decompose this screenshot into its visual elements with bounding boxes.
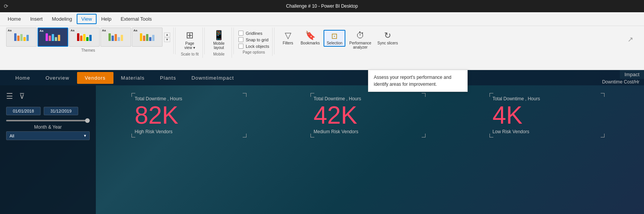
- page-options-group: Gridlines Snap to grid Lock objects Page…: [235, 28, 273, 56]
- sync-slicers-button[interactable]: ↻ Sync slicers: [375, 30, 400, 46]
- menu-modeling[interactable]: Modeling: [47, 14, 77, 24]
- bracket-bl-m: [310, 134, 314, 137]
- menu-insert[interactable]: Insert: [26, 14, 48, 24]
- nav-downtime-impact[interactable]: DowntimeImpact: [184, 72, 242, 84]
- mobile-layout-button[interactable]: 📱 Mobilelayout: [209, 29, 228, 51]
- filters-button[interactable]: ▽ Filters: [279, 30, 297, 46]
- filter-icon[interactable]: ⊽: [19, 91, 25, 101]
- page-view-button[interactable]: ⊞ Pageview ▾: [180, 29, 199, 51]
- lock-objects-label: Lock objects: [246, 44, 269, 49]
- kpi-low-value: 4K: [493, 103, 601, 127]
- gridlines-label: Gridlines: [246, 31, 262, 36]
- gridlines-checkbox[interactable]: Gridlines: [238, 31, 269, 36]
- dashboard: Impact Downtime Cost/Hr Home Overview Ve…: [0, 70, 644, 214]
- page-view-icon: ⊞: [186, 30, 194, 41]
- date-slider[interactable]: [6, 120, 90, 121]
- theme-alt2[interactable]: Aa: [132, 28, 163, 47]
- month-year-select[interactable]: All ▾: [6, 131, 90, 140]
- kpi-low-risk: Total Downtime , Hours 4K Low Risk Vendo…: [490, 93, 605, 137]
- kpi-high-value: 82K: [135, 103, 243, 127]
- menu-external-tools[interactable]: External Tools: [116, 14, 156, 24]
- nav-home[interactable]: Home: [8, 72, 38, 84]
- filters-icon: ▽: [285, 31, 291, 41]
- page-view-group: ⊞ Pageview ▾ Scale to fit: [177, 28, 203, 58]
- themes-scroll-down[interactable]: ▼: [164, 38, 170, 42]
- lock-objects-box[interactable]: [238, 44, 243, 49]
- snap-to-grid-box[interactable]: [238, 37, 243, 42]
- performance-analyzer-label: Performanceanalyzer: [349, 41, 371, 49]
- selection-tooltip: Assess your report's performance and ide…: [368, 70, 468, 92]
- page-view-label: Pageview ▾: [184, 41, 195, 50]
- bracket-tr: [243, 93, 246, 97]
- slider-thumb[interactable]: [85, 118, 90, 123]
- menu-bar: Home Insert Modeling View Help External …: [0, 12, 644, 26]
- themes-scroll[interactable]: ▲ ▼: [164, 33, 170, 42]
- date-range-row: 01/01/2018 31/12/2019: [6, 107, 90, 115]
- select-chevron-icon: ▾: [84, 133, 86, 138]
- sync-slicers-label: Sync slicers: [378, 41, 398, 45]
- bracket-bl: [131, 134, 135, 137]
- filters-label: Filters: [283, 41, 293, 45]
- nav-plants[interactable]: Plants: [152, 72, 184, 84]
- slider-fill: [6, 120, 90, 121]
- nav-vendors[interactable]: Vendors: [77, 72, 113, 84]
- nav-overview[interactable]: Overview: [38, 72, 77, 84]
- kpi-medium-subtitle: Medium Risk Vendors: [314, 129, 422, 134]
- selection-button[interactable]: ⊡ Selection: [324, 30, 345, 47]
- kpi-high-title: Total Downtime , Hours: [135, 96, 243, 101]
- app-icon: ⟳: [4, 3, 8, 9]
- snap-to-grid-checkbox[interactable]: Snap to grid: [238, 37, 269, 42]
- kpi-high-risk-inner: Total Downtime , Hours 82K High Risk Ven…: [131, 93, 246, 137]
- sidebar-panel: ☰ ⊽ 01/01/2018 31/12/2019 Month & Year A…: [0, 85, 96, 214]
- bracket-tr-m: [422, 93, 426, 97]
- bookmarks-button[interactable]: 🔖 Bookmarks: [298, 30, 322, 46]
- mobile-group: 📱 Mobilelayout Mobile: [206, 28, 232, 58]
- window-title: Challenge # 10 - Power BI Desktop: [286, 3, 358, 9]
- sync-slicers-icon: ↻: [384, 31, 391, 41]
- kpi-low-title: Total Downtime , Hours: [493, 96, 601, 101]
- themes-group: Aa Aa: [3, 28, 174, 54]
- sidebar-icons: ☰ ⊽: [6, 91, 90, 101]
- bookmarks-label: Bookmarks: [301, 41, 320, 45]
- cursor-indicator: ↗: [628, 28, 641, 44]
- lock-objects-checkbox[interactable]: Lock objects: [238, 44, 269, 49]
- kpi-medium-risk: Total Downtime , Hours 42K Medium Risk V…: [310, 93, 426, 137]
- ribbon: Aa Aa: [0, 26, 644, 70]
- bracket-bl-l: [490, 134, 493, 137]
- date-from[interactable]: 01/01/2018: [6, 107, 41, 115]
- kpi-low-subtitle: Low Risk Vendors: [493, 129, 601, 134]
- selection-icon: ⊡: [331, 31, 338, 41]
- gridlines-box[interactable]: [238, 31, 243, 36]
- divider-4: [274, 28, 274, 54]
- nav-materials[interactable]: Materials: [113, 72, 153, 84]
- mobile-layout-label: Mobilelayout: [213, 41, 224, 50]
- theme-dark[interactable]: Aa: [38, 28, 68, 47]
- themes-scroll-up[interactable]: ▲: [164, 33, 170, 37]
- bracket-br: [243, 134, 246, 137]
- kpi-medium-value: 42K: [314, 103, 422, 127]
- divider-2: [204, 28, 205, 54]
- theme-alt[interactable]: Aa: [100, 28, 131, 47]
- kpi-row: Total Downtime , Hours 82K High Risk Ven…: [0, 85, 644, 137]
- theme-colorful[interactable]: Aa: [69, 28, 100, 47]
- select-value: All: [10, 134, 14, 138]
- performance-analyzer-button[interactable]: ⏱ Performanceanalyzer: [347, 30, 373, 50]
- theme-default[interactable]: Aa: [6, 28, 37, 47]
- bookmarks-icon: 🔖: [305, 31, 315, 41]
- kpi-high-subtitle: High Risk Vendors: [135, 129, 243, 134]
- kpi-low-risk-inner: Total Downtime , Hours 4K Low Risk Vendo…: [490, 93, 605, 137]
- bracket-br-m: [422, 134, 426, 137]
- menu-view[interactable]: View: [77, 14, 97, 24]
- menu-help[interactable]: Help: [97, 14, 116, 24]
- selection-label: Selection: [327, 41, 342, 45]
- hamburger-icon[interactable]: ☰: [6, 91, 13, 101]
- bracket-br-l: [601, 134, 605, 137]
- divider-1: [175, 28, 176, 54]
- mobile-label: Mobile: [213, 52, 224, 58]
- mobile-layout-icon: 📱: [213, 30, 225, 41]
- date-to[interactable]: 31/12/2019: [44, 107, 78, 115]
- bracket-tr-l: [601, 93, 605, 97]
- kpi-high-risk: Total Downtime , Hours 82K High Risk Ven…: [131, 93, 246, 137]
- kpi-medium-title: Total Downtime , Hours: [314, 96, 422, 101]
- menu-home[interactable]: Home: [3, 14, 26, 24]
